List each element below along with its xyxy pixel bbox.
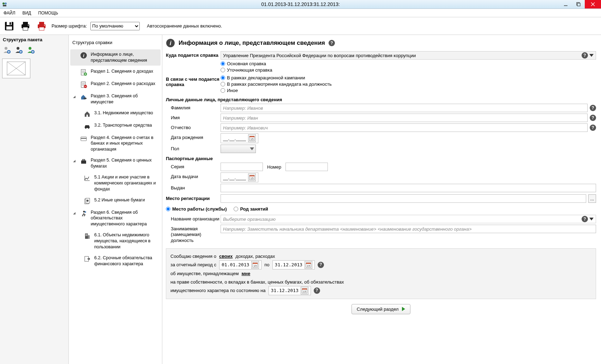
calendar-icon[interactable]: 15 (251, 261, 259, 269)
period-to-input[interactable]: 31.12.201315 (272, 260, 315, 269)
help-icon[interactable]: ? (329, 40, 335, 46)
svg-point-64 (85, 211, 86, 213)
svg-rect-5 (577, 3, 580, 6)
nav-section-5[interactable]: ◢ Раздел 5. Сведения о ценных бумагах (70, 155, 161, 171)
dropdown-icon (589, 218, 594, 220)
svg-point-28 (29, 47, 31, 50)
svg-point-15 (28, 25, 29, 25)
menu-help[interactable]: ПОМОЩЬ (35, 11, 61, 16)
number-label: Номер (267, 164, 281, 170)
issue-date-label: Дата выдачи (166, 172, 221, 179)
gender-label: Пол (166, 145, 221, 151)
nav-section-6-2[interactable]: 6.2. Срочные обязательства финансового х… (70, 253, 161, 269)
svg-rect-66 (88, 235, 90, 239)
firstname-input[interactable] (221, 114, 588, 122)
calendar-icon[interactable]: 15 (305, 261, 312, 269)
nav-section-3[interactable]: ◢ Раздел 3. Сведения об имуществе (70, 91, 161, 107)
svg-rect-84 (306, 263, 311, 264)
nav-info-person[interactable]: i Информация о лице, представляющем свед… (70, 49, 161, 66)
print-red-icon[interactable] (35, 20, 48, 32)
radio-other[interactable] (221, 88, 225, 93)
radio-declaration[interactable] (221, 75, 225, 80)
package-structure-header: Структура пакета (0, 35, 68, 44)
destination-label: Куда подается справка (166, 51, 221, 58)
nav-section-6[interactable]: ◢ Раздел 6. Сведения об обязательствах и… (70, 207, 161, 230)
help-icon[interactable]: ? (590, 105, 596, 111)
svg-rect-11 (6, 26, 12, 30)
radio-main[interactable] (221, 61, 225, 66)
radio-candidate[interactable] (221, 82, 225, 86)
help-icon[interactable]: ? (318, 262, 324, 268)
nav-section-3-1[interactable]: 3.1. Недвижимое имущество (70, 108, 161, 120)
status-date-input[interactable]: 31.12.201315 (269, 286, 311, 295)
svg-text:15: 15 (307, 264, 310, 267)
expand-icon[interactable]: ◢ (73, 210, 77, 215)
svg-rect-55 (81, 138, 86, 139)
menu-view[interactable]: ВИД (19, 11, 35, 16)
radio-correcting[interactable] (221, 68, 225, 72)
org-label: Название организации (166, 215, 221, 222)
form-panel: i Информация о лице, представляющем свед… (162, 35, 601, 364)
svg-rect-81 (253, 263, 258, 264)
svg-rect-75 (250, 136, 254, 137)
add-person-green-icon[interactable] (27, 46, 35, 54)
help-icon[interactable]: ? (582, 216, 588, 222)
dob-input[interactable]: __.__.____ 15 (221, 133, 258, 143)
help-icon[interactable]: ? (590, 125, 596, 131)
nav-section-1[interactable]: Раздел 1. Сведения о доходах (70, 66, 161, 78)
registration-input[interactable] (221, 194, 586, 203)
help-icon[interactable]: ? (590, 115, 596, 121)
expand-icon[interactable]: ◢ (73, 157, 77, 163)
print-icon[interactable] (19, 20, 32, 32)
save-icon[interactable] (3, 20, 16, 32)
nav-section-4[interactable]: Раздел 4. Сведения о счетах в банках и и… (70, 133, 161, 155)
gender-select[interactable] (221, 145, 256, 153)
expand-icon[interactable]: ◢ (73, 93, 77, 98)
minimize-button[interactable] (559, 0, 572, 8)
number-input[interactable] (286, 163, 328, 171)
series-input[interactable] (221, 163, 263, 171)
link-own[interactable]: своих (219, 252, 233, 260)
nav-section-5-1[interactable]: 5.1 Акции и иное участие в коммерческих … (70, 172, 161, 194)
radio-occupation[interactable] (234, 207, 238, 211)
play-icon (402, 307, 405, 311)
add-person-dark-icon[interactable] (15, 46, 23, 54)
nav-section-2[interactable]: Раздел 2. Сведения о расходах (70, 79, 161, 90)
svg-rect-69 (86, 235, 86, 236)
lastname-input[interactable] (221, 104, 588, 112)
svg-rect-14 (23, 27, 28, 30)
calendar-icon[interactable]: 15 (301, 287, 308, 295)
position-input[interactable] (221, 225, 596, 233)
close-button[interactable] (585, 0, 601, 8)
radio-workplace[interactable] (166, 207, 170, 211)
maximize-button[interactable] (572, 0, 585, 8)
org-combo[interactable]: Выберите организацию ? (221, 215, 596, 223)
svg-rect-65 (85, 233, 88, 239)
package-thumbnail[interactable] (2, 59, 30, 78)
nav-section-6-1[interactable]: 6.1. Объекты недвижимого имущества, нахо… (70, 230, 161, 252)
destination-combo[interactable]: Управление Президента Российской Федерац… (221, 51, 596, 60)
menu-file[interactable]: ФАЙЛ (0, 11, 19, 16)
svg-rect-70 (87, 235, 88, 236)
calendar-icon[interactable]: 15 (248, 174, 256, 181)
info-icon: i (80, 52, 87, 59)
registration-label: Место регистрации (166, 194, 221, 201)
font-size-select[interactable]: По умолчанию (90, 22, 140, 30)
patronym-input[interactable] (221, 123, 588, 132)
link-me[interactable]: мне (241, 269, 250, 278)
help-icon[interactable]: ? (582, 52, 588, 59)
help-icon[interactable]: ? (314, 287, 320, 294)
chart-icon (84, 175, 91, 182)
issue-date-input[interactable]: __.__.____ 15 (221, 172, 258, 182)
add-person-grey-icon[interactable] (3, 46, 11, 54)
next-section-button[interactable]: Следующий раздел (351, 304, 411, 314)
nav-section-3-2[interactable]: 3.2. Транспортные средства (70, 120, 161, 132)
browse-button[interactable]: ... (588, 194, 596, 203)
issued-by-input[interactable] (221, 184, 596, 192)
dropdown-icon (589, 54, 594, 57)
info-icon: i (166, 38, 175, 48)
nav-section-5-2[interactable]: 5.2 Иные ценные бумаги (70, 195, 161, 207)
svg-text:15: 15 (303, 290, 306, 293)
period-from-input[interactable]: 01.01.201315 (219, 260, 262, 269)
calendar-icon[interactable]: 15 (248, 134, 256, 142)
